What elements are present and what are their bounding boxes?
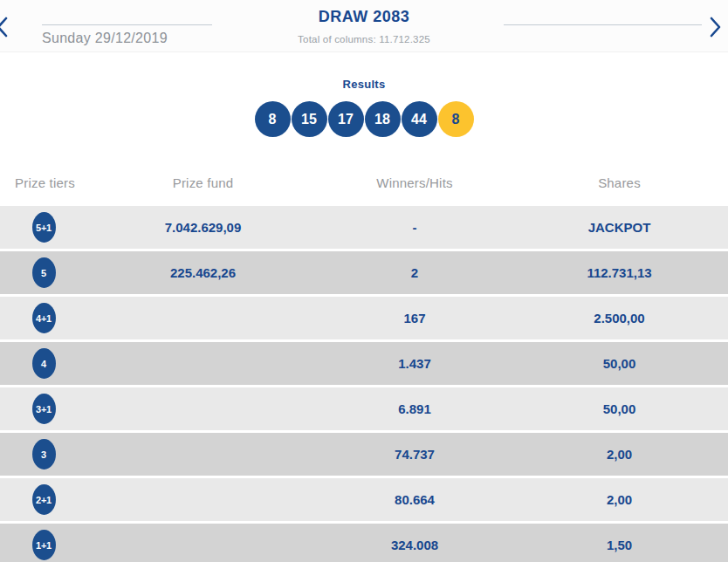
table-row: 5 225.462,26 2 112.731,13 bbox=[0, 251, 728, 294]
prize-table: Prize tiers Prize fund Winners/Hits Shar… bbox=[0, 159, 728, 562]
shares-cell: 112.731,13 bbox=[511, 265, 728, 280]
prize-fund-cell: 7.042.629,09 bbox=[87, 220, 319, 235]
shares-cell: 2,00 bbox=[511, 492, 728, 507]
chevron-right-icon bbox=[706, 29, 724, 42]
winners-hits-cell: 80.664 bbox=[319, 492, 511, 507]
result-ball: 15 bbox=[292, 101, 327, 137]
table-body: 5+1 7.042.629,09 - JACKPOT 5 225.462,26 … bbox=[0, 206, 728, 562]
header-prize-tiers: Prize tiers bbox=[0, 175, 87, 190]
result-ball: 44 bbox=[402, 101, 437, 137]
prize-tier-badge: 5 bbox=[32, 257, 56, 288]
prize-tier-badge: 4+1 bbox=[32, 303, 56, 333]
prize-tier-badge: 3+1 bbox=[32, 394, 56, 424]
shares-cell: 2,00 bbox=[511, 447, 728, 462]
result-ball: 8 bbox=[255, 101, 291, 137]
winners-hits-cell: 167 bbox=[319, 311, 511, 326]
table-row: 1+1 324.008 1,50 bbox=[0, 524, 728, 562]
header-shares: Shares bbox=[511, 175, 728, 190]
winners-hits-cell: - bbox=[319, 220, 511, 235]
prize-fund-cell: 225.462,26 bbox=[87, 265, 319, 280]
winners-hits-cell: 2 bbox=[319, 265, 511, 280]
header-divider-right bbox=[504, 24, 702, 25]
prize-tier-badge: 4 bbox=[32, 348, 56, 379]
prize-tier-badge: 3 bbox=[32, 439, 56, 469]
shares-cell: 1,50 bbox=[511, 538, 728, 552]
next-draw-button[interactable] bbox=[706, 15, 724, 39]
header-prize-fund: Prize fund bbox=[87, 175, 319, 190]
table-row: 3+1 6.891 50,00 bbox=[0, 387, 728, 430]
results-label: Results bbox=[0, 78, 728, 91]
total-columns: Total of columns: 11.712.325 bbox=[0, 34, 728, 45]
winners-hits-cell: 324.008 bbox=[319, 538, 511, 552]
result-ball: 18 bbox=[365, 101, 401, 137]
table-row: 4+1 167 2.500,00 bbox=[0, 297, 728, 339]
draw-header: Sunday 29/12/2019 DRAW 2083 Total of col… bbox=[0, 0, 728, 52]
header-winners-hits: Winners/Hits bbox=[319, 175, 511, 190]
winners-hits-cell: 6.891 bbox=[319, 401, 511, 416]
results-balls: 8151718448 bbox=[0, 101, 728, 137]
winners-hits-cell: 1.437 bbox=[319, 356, 511, 371]
table-row: 5+1 7.042.629,09 - JACKPOT bbox=[0, 206, 728, 249]
prize-tier-badge: 1+1 bbox=[32, 530, 56, 560]
winners-hits-cell: 74.737 bbox=[319, 447, 511, 462]
prize-tier-badge: 2+1 bbox=[32, 484, 56, 515]
shares-cell: 2.500,00 bbox=[511, 311, 728, 326]
shares-cell: JACKPOT bbox=[511, 220, 728, 235]
table-row: 2+1 80.664 2,00 bbox=[0, 478, 728, 521]
table-row: 3 74.737 2,00 bbox=[0, 433, 728, 476]
table-row: 4 1.437 50,00 bbox=[0, 342, 728, 385]
shares-cell: 50,00 bbox=[511, 401, 728, 416]
draw-title: DRAW 2083 bbox=[0, 8, 728, 26]
result-ball-bonus: 8 bbox=[438, 101, 474, 137]
prize-tier-badge: 5+1 bbox=[32, 212, 56, 243]
result-ball: 17 bbox=[328, 101, 364, 137]
table-header-row: Prize tiers Prize fund Winners/Hits Shar… bbox=[0, 159, 728, 206]
shares-cell: 50,00 bbox=[511, 356, 728, 371]
